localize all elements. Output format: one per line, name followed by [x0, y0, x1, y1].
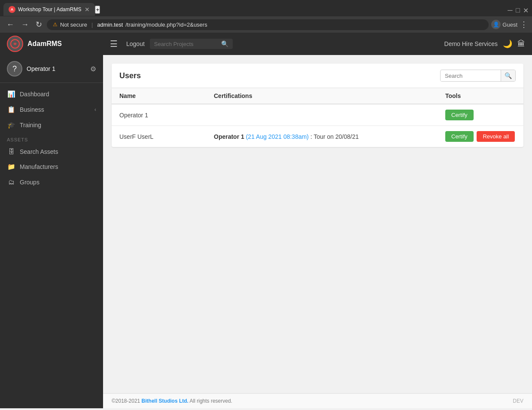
- users-title: Users: [119, 71, 141, 80]
- manufacturers-icon: 📁: [7, 163, 15, 171]
- users-table: Name Certifications Tools Operator 1 Cer…: [112, 88, 523, 147]
- sidebar-user-name: Operator 1: [27, 65, 86, 72]
- profile-label: Guest: [502, 21, 517, 28]
- certifications-cell: [206, 104, 438, 126]
- main-content: Users 🔍 Name Certifications Tools: [103, 55, 532, 408]
- table-row: Operator 1 Certify: [112, 104, 523, 126]
- sidebar-navigation: 📊 Dashboard 📋 Business ‹ 🎓 Training ASSE…: [0, 83, 103, 408]
- browser-tab[interactable]: A Workshop Tour | AdamRMS ✕: [3, 3, 95, 16]
- app-logo: [7, 36, 23, 52]
- tab-favicon: A: [9, 6, 15, 13]
- cert-date: (21 Aug 2021 08:38am): [246, 133, 309, 140]
- maximize-button[interactable]: □: [515, 6, 521, 12]
- cert-tour: : Tour on 20/08/21: [310, 133, 359, 140]
- users-header: Users 🔍: [112, 64, 523, 88]
- sidebar-item-label: Dashboard: [20, 91, 96, 98]
- user-name-cell: UserF UserL: [112, 126, 206, 147]
- avatar: ?: [7, 61, 22, 76]
- table-row: UserF UserL Operator 1 (21 Aug 2021 08:3…: [112, 126, 523, 147]
- users-search-button[interactable]: 🔍: [501, 70, 515, 81]
- security-warning-icon: ⚠: [53, 21, 58, 28]
- sidebar-item-label: Business: [20, 106, 90, 113]
- users-search-field[interactable]: 🔍: [440, 70, 516, 82]
- dashboard-icon: 📊: [7, 90, 15, 98]
- tools-cell: Certify: [438, 104, 523, 126]
- hamburger-button[interactable]: ☰: [110, 39, 118, 49]
- sidebar-user-area: ? Operator 1 ⚙: [0, 55, 103, 83]
- sidebar-item-groups[interactable]: 🗂 Groups: [0, 174, 103, 190]
- col-header-tools: Tools: [438, 88, 523, 104]
- dark-mode-button[interactable]: 🌙: [503, 39, 512, 49]
- search-projects-icon: 🔍: [221, 40, 228, 47]
- groups-icon: 🗂: [7, 178, 15, 186]
- training-icon: 🎓: [7, 121, 15, 129]
- warehouse-button[interactable]: 🏛: [517, 40, 525, 49]
- top-navigation: AdamRMS ☰ Logout 🔍 Demo Hire Services 🌙 …: [0, 33, 532, 55]
- refresh-button[interactable]: ↻: [33, 19, 44, 30]
- assets-section-label: ASSETS: [0, 133, 103, 144]
- search-assets-icon: 🗄: [7, 148, 15, 155]
- sidebar-item-label: Manufacturers: [20, 163, 96, 170]
- minimize-button[interactable]: ─: [507, 6, 513, 12]
- url-domain: admin.test: [97, 21, 123, 28]
- sidebar-item-dashboard[interactable]: 📊 Dashboard: [0, 86, 103, 102]
- gear-icon[interactable]: ⚙: [90, 65, 96, 73]
- sidebar-item-manufacturers[interactable]: 📁 Manufacturers: [0, 159, 103, 174]
- nav-right: ☰ Logout 🔍 Demo Hire Services 🌙 🏛: [110, 39, 525, 49]
- cert-operator: Operator 1: [214, 133, 244, 140]
- close-button[interactable]: ✕: [523, 6, 529, 12]
- tab-title: Workshop Tour | AdamRMS: [18, 6, 81, 12]
- certify-button[interactable]: Certify: [445, 110, 474, 120]
- sidebar-item-search-assets[interactable]: 🗄 Search Assets: [0, 144, 103, 159]
- sidebar: ? Operator 1 ⚙ 📊 Dashboard 📋 Business ‹ …: [0, 55, 103, 408]
- profile-button[interactable]: 👤 Guest: [491, 20, 517, 29]
- browser-menu-button[interactable]: ⋮: [520, 20, 528, 29]
- sidebar-item-training[interactable]: 🎓 Training: [0, 117, 103, 133]
- chevron-left-icon: ‹: [94, 107, 96, 113]
- demo-hire-link[interactable]: Demo Hire Services: [444, 40, 498, 47]
- search-projects-field[interactable]: 🔍: [150, 39, 233, 49]
- back-button[interactable]: ←: [4, 19, 16, 30]
- logout-button[interactable]: Logout: [126, 40, 145, 47]
- address-bar[interactable]: ⚠ Not secure | admin.test /training/modu…: [47, 19, 489, 30]
- sidebar-item-label: Search Assets: [20, 148, 96, 155]
- user-name-cell: Operator 1: [112, 104, 206, 126]
- url-path: /training/module.php?id=2&users: [125, 21, 207, 28]
- users-panel: Users 🔍 Name Certifications Tools: [112, 64, 523, 147]
- logo-area: AdamRMS: [7, 36, 110, 52]
- users-search-input[interactable]: [441, 70, 501, 81]
- col-header-certifications: Certifications: [206, 88, 438, 104]
- security-warning-text: Not secure: [60, 21, 87, 28]
- app-main: ? Operator 1 ⚙ 📊 Dashboard 📋 Business ‹ …: [0, 55, 532, 408]
- sidebar-item-label: Groups: [20, 179, 96, 186]
- business-icon: 📋: [7, 106, 15, 113]
- app-name: AdamRMS: [27, 40, 62, 48]
- col-header-name: Name: [112, 88, 206, 104]
- address-separator: |: [91, 21, 93, 28]
- profile-icon: 👤: [491, 20, 501, 29]
- footer-dev-label: DEV: [513, 398, 523, 404]
- revoke-button[interactable]: Revoke all: [477, 131, 515, 142]
- certify-button[interactable]: Certify: [445, 131, 474, 142]
- sidebar-item-label: Training: [20, 122, 96, 129]
- certifications-cell: Operator 1 (21 Aug 2021 08:38am) : Tour …: [206, 126, 438, 147]
- tab-close-btn[interactable]: ✕: [85, 6, 90, 13]
- sidebar-item-business[interactable]: 📋 Business ‹: [0, 102, 103, 117]
- tools-cell: Certify Revoke all: [438, 126, 523, 147]
- footer-company-link[interactable]: Bithell Studios Ltd.: [142, 398, 188, 404]
- content-area: Users 🔍 Name Certifications Tools: [103, 55, 532, 393]
- app-footer: ©2018-2021 Bithell Studios Ltd. All righ…: [103, 393, 532, 408]
- new-tab-button[interactable]: +: [95, 6, 100, 14]
- footer-copyright: ©2018-2021 Bithell Studios Ltd. All righ…: [112, 398, 232, 404]
- search-projects-input[interactable]: [154, 41, 219, 47]
- forward-button[interactable]: →: [19, 19, 31, 30]
